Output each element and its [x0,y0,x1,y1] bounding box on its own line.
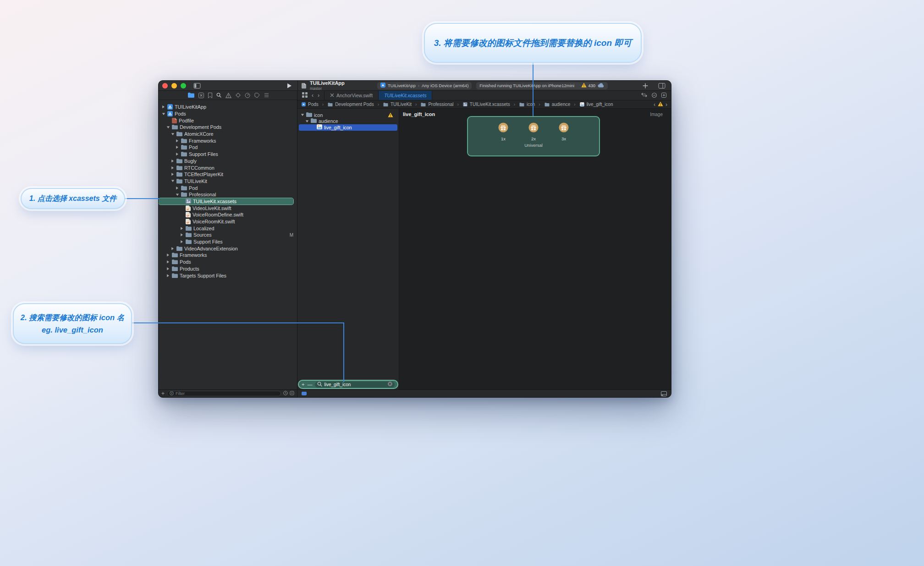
image-slot[interactable]: 1x [497,122,509,141]
chevron-right-icon[interactable] [175,186,179,190]
next-issue-icon[interactable]: › [666,102,667,107]
chevron-right-icon[interactable] [161,105,165,109]
chevron-right-icon[interactable] [170,159,175,163]
remove-asset-button[interactable]: — [307,382,312,387]
tree-row[interactable]: Support Files [159,151,297,158]
add-library-icon[interactable] [643,83,648,89]
minimize-window-button[interactable] [171,83,177,89]
chevron-right-icon[interactable] [180,233,184,237]
tree-row[interactable]: Support Files [159,239,297,245]
editor-layout-icon[interactable] [658,83,666,89]
tree-row[interactable]: Localized [159,225,297,232]
chevron-down-icon[interactable] [161,112,165,116]
editor-tab[interactable]: TUILiveKit.xcassets [378,91,432,100]
activity-view[interactable]: Finished running TUILiveKitApp on iPhone… [476,82,608,89]
tree-row[interactable]: Frameworks [159,252,297,259]
related-items-icon[interactable] [302,92,308,99]
breadcrumb-item[interactable]: TUILiveKit.xcassets [462,102,510,107]
breadcrumb-item[interactable]: live_gift_icon [579,102,613,107]
recent-files-filter-icon[interactable] [283,391,288,396]
breakpoints-toggle[interactable] [302,392,307,395]
chevron-right-icon[interactable] [166,267,170,271]
tree-row[interactable]: VoiceRoomDefine.swift [159,211,297,218]
tree-row[interactable]: TUILiveKit.xcassets [159,198,293,205]
chevron-right-icon[interactable] [170,247,175,250]
tree-row[interactable]: RTCCommon [159,164,297,171]
tree-row[interactable]: Pods [159,259,297,266]
tree-row[interactable]: Professional [159,191,297,198]
debug-navigator-icon[interactable] [245,93,250,98]
close-window-button[interactable] [162,83,168,89]
tree-row[interactable]: Podfile [159,117,297,124]
go-back-icon[interactable]: ‹ [312,93,314,98]
scheme-selector[interactable]: TUILiveKitApp › Any iOS Device (arm64) [377,82,472,89]
chevron-right-icon[interactable] [170,166,175,170]
chevron-right-icon[interactable] [166,274,170,277]
chevron-right-icon[interactable] [180,240,184,244]
bookmark-navigator-icon[interactable] [208,93,212,98]
image-slot[interactable]: 3x [558,122,570,141]
breadcrumb-item[interactable]: audience [544,102,571,107]
chevron-right-icon[interactable] [166,260,170,264]
chevron-down-icon[interactable] [166,126,170,129]
source-control-filter-icon[interactable] [290,391,294,396]
tree-row[interactable]: AtomicXCore [159,131,297,138]
warning-count-badge[interactable]: 430 [581,83,595,89]
add-file-button[interactable]: + [161,391,165,396]
chevron-right-icon[interactable] [175,139,179,143]
editor-tab[interactable]: AnchorView.swift [324,91,378,100]
tree-row[interactable]: TUILiveKitApp [159,104,297,111]
tree-row[interactable]: Targets Support Files [159,272,297,279]
chevron-down-icon[interactable] [175,193,179,196]
go-forward-icon[interactable]: › [318,93,319,98]
tree-row[interactable]: Products [159,266,297,272]
asset-row[interactable]: icon [297,112,399,118]
close-tab-icon[interactable] [330,93,334,98]
minimap-icon[interactable] [652,93,657,99]
debug-area-toggle-icon[interactable] [661,391,667,396]
chevron-right-icon[interactable] [166,253,170,257]
chevron-down-icon[interactable] [300,113,304,117]
chevron-right-icon[interactable] [175,145,179,149]
tree-row[interactable]: Pods [159,111,297,117]
tree-row[interactable]: VoiceRoomKit.swift [159,218,297,225]
toggle-navigator-icon[interactable] [193,83,201,89]
tree-row[interactable]: Pod [159,184,297,191]
chevron-down-icon[interactable] [170,179,175,183]
asset-row[interactable]: live_gift_icon [299,124,397,131]
chevron-right-icon[interactable] [170,172,175,176]
tree-row[interactable]: VideoAdvanceExtension [159,245,297,252]
chevron-right-icon[interactable] [180,227,184,230]
navigator-filter-field[interactable]: Filter [167,391,281,396]
find-navigator-icon[interactable] [216,93,221,98]
tree-row[interactable]: Development Pods [159,124,297,131]
issue-navigator-icon[interactable] [226,93,231,98]
breakpoint-navigator-icon[interactable] [254,93,260,98]
report-navigator-icon[interactable] [264,93,269,98]
add-asset-button[interactable]: + [302,382,304,387]
tree-row[interactable]: TUILiveKit [159,178,297,185]
chevron-down-icon[interactable] [170,133,175,136]
tree-row[interactable]: TCEffectPlayerKit [159,171,297,178]
run-destination[interactable]: Any iOS Device (arm64) [422,83,468,88]
previous-issue-icon[interactable]: ‹ [654,102,655,107]
tree-row[interactable]: Pod [159,144,297,151]
breadcrumb-item[interactable]: TUILiveKit [383,102,412,107]
test-navigator-icon[interactable] [236,93,241,98]
project-navigator-icon[interactable] [188,93,194,98]
zoom-window-button[interactable] [181,83,186,89]
source-control-icon[interactable] [198,93,204,98]
run-button[interactable] [287,83,292,89]
breadcrumb-item[interactable]: Professional [420,102,453,107]
asset-search-field[interactable]: live_gift_icon [315,382,395,388]
tree-row[interactable]: VideoLiveKit.swift [159,205,297,211]
breadcrumb-item[interactable]: Development Pods [327,102,374,107]
chevron-down-icon[interactable] [305,120,309,123]
add-editor-icon[interactable] [661,93,666,99]
breadcrumb-item[interactable]: Pods [301,102,319,107]
tree-row[interactable]: SourcesM [159,232,297,239]
chevron-right-icon[interactable] [175,152,179,156]
tree-row[interactable]: Bugly [159,158,297,165]
clear-search-icon[interactable] [388,382,392,387]
adjust-editor-icon[interactable] [641,93,647,98]
